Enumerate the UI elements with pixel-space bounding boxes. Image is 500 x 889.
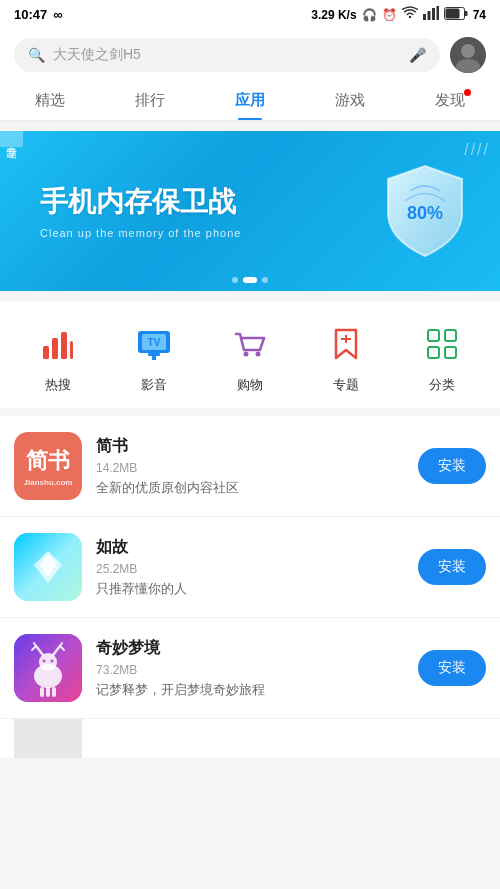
svg-rect-1 [427, 11, 430, 20]
svg-rect-3 [436, 6, 439, 20]
app-icon-jianshu[interactable]: 简书 Jianshu.com [14, 432, 82, 500]
svg-rect-2 [432, 8, 435, 20]
bookmark-icon [321, 319, 371, 369]
svg-point-20 [244, 352, 249, 357]
svg-rect-42 [52, 687, 56, 697]
svg-rect-27 [445, 347, 456, 358]
app-icon-qimeng[interactable] [14, 634, 82, 702]
faxian-badge [464, 89, 471, 96]
banner-title: 手机内存保卫战 [40, 183, 241, 221]
shop-label: 购物 [237, 376, 263, 394]
signal-icon: ∞ [53, 7, 62, 22]
quick-icon-category[interactable]: 分类 [417, 319, 467, 394]
svg-point-39 [51, 660, 54, 663]
banner-tag: 专题 [0, 131, 23, 147]
headphone-icon: 🎧 [362, 8, 377, 22]
search-placeholder: 大天使之剑H5 [53, 46, 141, 64]
status-bar: 10:47 ∞ 3.29 K/s 🎧 ⏰ [0, 0, 500, 29]
search-box[interactable]: 🔍 大天使之剑H5 🎤 [14, 38, 440, 72]
nav-tabs: 精选 排行 应用 游戏 发现 [0, 81, 500, 121]
quick-icon-hot[interactable]: 热搜 [33, 319, 83, 394]
svg-rect-11 [43, 346, 49, 359]
install-btn-ruguo[interactable]: 安装 [418, 549, 486, 585]
tab-jingxuan[interactable]: 精选 [35, 91, 65, 120]
app-size-qimeng: 73.2MB [96, 663, 404, 677]
tab-faxian[interactable]: 发现 [435, 91, 465, 120]
status-right: 3.29 K/s 🎧 ⏰ 74 [311, 6, 486, 23]
tv-icon: TV [129, 319, 179, 369]
app-size-jianshu: 14.2MB [96, 461, 404, 475]
banner[interactable]: 专题 手机内存保卫战 Clean up the memory of the ph… [0, 131, 500, 291]
dot-3 [262, 277, 268, 283]
mic-button[interactable]: 🎤 [409, 47, 426, 63]
svg-rect-14 [70, 341, 73, 359]
tab-youxi[interactable]: 游戏 [335, 91, 365, 120]
app-desc-ruguo: 只推荐懂你的人 [96, 580, 404, 598]
tab-yingyong[interactable]: 应用 [235, 91, 265, 120]
video-label: 影音 [141, 376, 167, 394]
tab-paihang[interactable]: 排行 [135, 91, 165, 120]
svg-rect-40 [40, 687, 44, 697]
svg-rect-18 [148, 353, 160, 356]
dot-1 [232, 277, 238, 283]
banner-subtitle: Clean up the memory of the phone [40, 227, 241, 239]
cart-icon [225, 319, 275, 369]
banner-dots [232, 277, 268, 283]
app-list: 简书 Jianshu.com 简书 14.2MB 全新的优质原创内容社区 安装 [0, 416, 500, 759]
banner-lines: //// [464, 141, 490, 159]
svg-text:TV: TV [148, 337, 161, 348]
app-size-ruguo: 25.2MB [96, 562, 404, 576]
svg-rect-25 [445, 330, 456, 341]
svg-rect-24 [428, 330, 439, 341]
app-name-ruguo: 如故 [96, 537, 404, 558]
app-name-jianshu: 简书 [96, 436, 404, 457]
svg-rect-41 [46, 687, 50, 697]
app-desc-jianshu: 全新的优质原创内容社区 [96, 479, 404, 497]
app-item-qimeng: 奇妙梦境 73.2MB 记梦释梦，开启梦境奇妙旅程 安装 [0, 618, 500, 719]
quick-icon-topic[interactable]: 专题 [321, 319, 371, 394]
svg-rect-19 [152, 356, 156, 360]
install-btn-jianshu[interactable]: 安装 [418, 448, 486, 484]
status-left: 10:47 ∞ [14, 7, 63, 22]
quick-icons: 热搜 TV 影音 购物 [0, 301, 500, 408]
app-item-app4 [0, 719, 500, 759]
cellular-icon [423, 6, 439, 23]
battery-level: 74 [473, 8, 486, 22]
banner-text-area: 手机内存保卫战 Clean up the memory of the phone [40, 183, 241, 239]
dot-2 [243, 277, 257, 283]
svg-point-31 [39, 653, 57, 671]
tab-faxian-label: 发现 [435, 91, 465, 108]
alarm-icon: ⏰ [382, 8, 397, 22]
svg-rect-13 [61, 332, 67, 359]
search-icon: 🔍 [28, 47, 45, 63]
quick-icon-shop[interactable]: 购物 [225, 319, 275, 394]
svg-rect-6 [445, 8, 459, 18]
wifi-icon [402, 6, 418, 23]
category-label: 分类 [429, 376, 455, 394]
svg-point-8 [461, 44, 475, 58]
app-desc-qimeng: 记梦释梦，开启梦境奇妙旅程 [96, 681, 404, 699]
banner-shield: 80% [380, 161, 470, 261]
app-info-ruguo: 如故 25.2MB 只推荐懂你的人 [96, 537, 404, 598]
battery-icon [444, 7, 468, 23]
hot-label: 热搜 [45, 376, 71, 394]
svg-rect-5 [464, 11, 467, 16]
app-icon-app4[interactable] [14, 719, 82, 759]
avatar[interactable] [450, 37, 486, 73]
svg-text:80%: 80% [407, 203, 443, 223]
banner-section: 专题 手机内存保卫战 Clean up the memory of the ph… [0, 131, 500, 291]
quick-icon-video[interactable]: TV 影音 [129, 319, 179, 394]
app-icon-ruguo[interactable] [14, 533, 82, 601]
topic-label: 专题 [333, 376, 359, 394]
network-speed: 3.29 K/s [311, 8, 356, 22]
install-btn-qimeng[interactable]: 安装 [418, 650, 486, 686]
grid-icon [417, 319, 467, 369]
app-info-jianshu: 简书 14.2MB 全新的优质原创内容社区 [96, 436, 404, 497]
app-info-qimeng: 奇妙梦境 73.2MB 记梦释梦，开启梦境奇妙旅程 [96, 638, 404, 699]
svg-rect-0 [423, 14, 426, 20]
hot-icon [33, 319, 83, 369]
app-name-qimeng: 奇妙梦境 [96, 638, 404, 659]
app-item-ruguo: 如故 25.2MB 只推荐懂你的人 安装 [0, 517, 500, 618]
time: 10:47 [14, 7, 47, 22]
svg-point-38 [43, 660, 46, 663]
